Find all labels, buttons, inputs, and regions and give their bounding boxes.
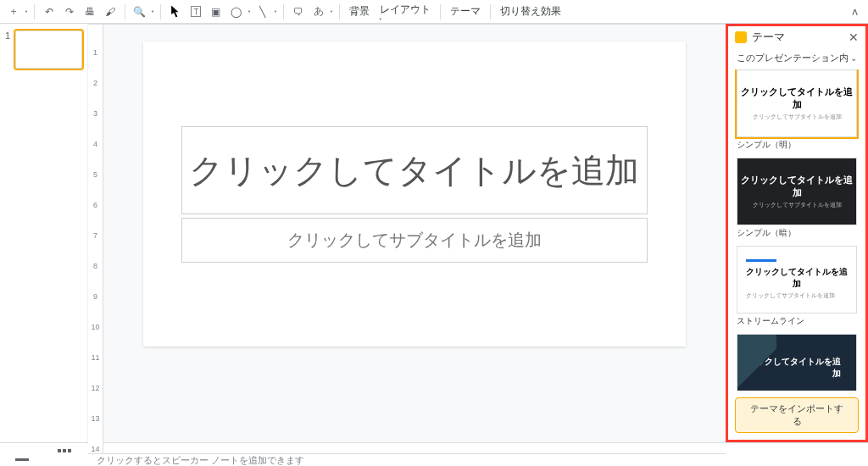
select-tool[interactable] bbox=[167, 3, 184, 21]
chevron-down-icon: ⌄ bbox=[850, 53, 857, 63]
slide-thumbnail[interactable] bbox=[15, 31, 82, 69]
slide-thumb-1[interactable]: 1 bbox=[0, 24, 87, 75]
filmstrip-view-icon bbox=[15, 449, 29, 461]
divider bbox=[490, 4, 491, 19]
print-button[interactable]: 🖶 bbox=[81, 3, 98, 21]
theme-thumbnail[interactable]: クリックしてタイトルを追加 クリックしてサブタイトルを追加 bbox=[737, 69, 857, 137]
zoom-dropdown[interactable]: ▼ bbox=[151, 9, 154, 14]
layout-label: レイアウト bbox=[380, 3, 431, 15]
slide-number: 1 bbox=[5, 31, 12, 69]
chevron-down-icon: ▼ bbox=[379, 17, 431, 21]
close-panel-button[interactable]: ✕ bbox=[849, 31, 859, 44]
image-tool[interactable]: ▣ bbox=[208, 3, 225, 21]
textbox-tool[interactable]: 🅃 bbox=[187, 3, 204, 21]
redo-button[interactable]: ↷ bbox=[61, 3, 78, 21]
input-tools-dropdown[interactable]: ▼ bbox=[330, 9, 333, 14]
import-theme-button[interactable]: テーマをインポートする bbox=[735, 397, 859, 433]
input-tools-button[interactable]: あ bbox=[310, 3, 327, 21]
slide-filmstrip: 1 bbox=[0, 24, 88, 442]
theme-panel-footer: テーマをインポートする bbox=[728, 391, 865, 440]
pointer-icon bbox=[170, 6, 181, 18]
shape-dropdown[interactable]: ▼ bbox=[248, 9, 251, 14]
canvas-row: 1234567891011121314 クリックしてタイトルを追加 クリックして… bbox=[88, 25, 726, 453]
theme-thumbnail[interactable]: クリックしてタイトルを追加 bbox=[737, 334, 857, 391]
vertical-ruler: 1234567891011121314 bbox=[88, 25, 103, 453]
new-slide-dropdown[interactable]: ▼ bbox=[25, 9, 28, 14]
theme-thumb-title: クリックしてタイトルを追加 bbox=[737, 86, 856, 111]
theme-item-simple-dark[interactable]: クリックしてタイトルを追加 クリックしてサブタイトルを追加 シンプル（暗） bbox=[728, 158, 865, 242]
theme-section-label: このプレゼンテーション内 bbox=[737, 52, 849, 64]
new-slide-button[interactable]: ＋ bbox=[5, 3, 22, 21]
theme-menu[interactable]: テーマ bbox=[447, 4, 484, 19]
theme-thumb-title: クリックしてタイトルを追加 bbox=[737, 174, 856, 199]
theme-list: クリックしてタイトルを追加 クリックしてサブタイトルを追加 シンプル（明） クリ… bbox=[728, 69, 865, 391]
theme-thumb-sub: クリックしてサブタイトルを追加 bbox=[753, 113, 842, 121]
canvas-area: 123456789 1234567891011121314 クリックしてタイトル… bbox=[88, 24, 726, 442]
theme-label: シンプル（暗） bbox=[737, 225, 857, 242]
comment-button[interactable]: 🗨 bbox=[290, 3, 307, 21]
subtitle-placeholder[interactable]: クリックしてサブタイトルを追加 bbox=[181, 218, 648, 263]
theme-panel: テーマ ✕ このプレゼンテーション内 ⌄ クリックしてタイトルを追加 クリックし… bbox=[726, 24, 868, 442]
theme-thumbnail[interactable]: クリックしてタイトルを追加 クリックしてサブタイトルを追加 bbox=[737, 158, 857, 225]
theme-thumb-sub: クリックしてサブタイトルを追加 bbox=[753, 201, 842, 209]
theme-label: シンプル（明） bbox=[737, 137, 857, 154]
divider bbox=[125, 4, 125, 19]
theme-thumbnail[interactable]: クリックしてタイトルを追加 クリックしてサブタイトルを追加 bbox=[737, 246, 857, 313]
slide-canvas[interactable]: クリックしてタイトルを追加 クリックしてサブタイトルを追加 bbox=[103, 25, 726, 453]
title-placeholder[interactable]: クリックしてタイトルを追加 bbox=[181, 126, 648, 214]
collapse-toolbar-button[interactable]: ᴧ bbox=[846, 3, 863, 21]
main-area: 1 123456789 1234567891011121314 クリックしてタイ… bbox=[0, 24, 868, 442]
divider bbox=[283, 4, 284, 19]
transition-menu[interactable]: 切り替え効果 bbox=[497, 4, 565, 19]
slides-logo-icon bbox=[735, 31, 747, 43]
theme-item-simple-light[interactable]: クリックしてタイトルを追加 クリックしてサブタイトルを追加 シンプル（明） bbox=[728, 69, 865, 154]
theme-thumb-title: クリックしてタイトルを追加 bbox=[746, 266, 848, 290]
divider bbox=[34, 4, 35, 19]
theme-item-streamline[interactable]: クリックしてタイトルを追加 クリックしてサブタイトルを追加 ストリームライン bbox=[728, 246, 865, 330]
filmstrip-view-button[interactable] bbox=[15, 449, 32, 461]
background-menu[interactable]: 背景 bbox=[346, 4, 373, 19]
undo-button[interactable]: ↶ bbox=[41, 3, 58, 21]
line-dropdown[interactable]: ▼ bbox=[274, 9, 277, 14]
theme-thumb-sub: クリックしてサブタイトルを追加 bbox=[746, 291, 835, 300]
paint-format-button[interactable]: 🖌 bbox=[102, 3, 119, 21]
toolbar: ＋ ▼ ↶ ↷ 🖶 🖌 🔍 ▼ 🅃 ▣ ◯ ▼ ╲ ▼ 🗨 あ ▼ 背景 レイア… bbox=[0, 0, 868, 24]
line-tool[interactable]: ╲ bbox=[254, 3, 271, 21]
shape-tool[interactable]: ◯ bbox=[228, 3, 245, 21]
divider bbox=[339, 4, 340, 19]
divider bbox=[440, 4, 441, 19]
accent-bar bbox=[746, 259, 776, 262]
theme-panel-title: テーマ bbox=[752, 30, 785, 45]
grid-view-button[interactable] bbox=[58, 449, 75, 461]
zoom-button[interactable]: 🔍 bbox=[131, 3, 148, 21]
theme-panel-header: テーマ ✕ bbox=[728, 26, 865, 48]
theme-section-toggle[interactable]: このプレゼンテーション内 ⌄ bbox=[728, 48, 865, 69]
speaker-notes[interactable]: クリックするとスピーカー ノートを追加できます bbox=[88, 453, 726, 466]
theme-label: ストリームライン bbox=[737, 313, 857, 330]
divider bbox=[160, 4, 161, 19]
decorative-triangle bbox=[737, 335, 776, 391]
theme-item-focus[interactable]: クリックしてタイトルを追加 フォーカス bbox=[728, 334, 865, 391]
layout-menu[interactable]: レイアウト▼ bbox=[376, 3, 434, 21]
slide[interactable]: クリックしてタイトルを追加 クリックしてサブタイトルを追加 bbox=[143, 42, 686, 347]
